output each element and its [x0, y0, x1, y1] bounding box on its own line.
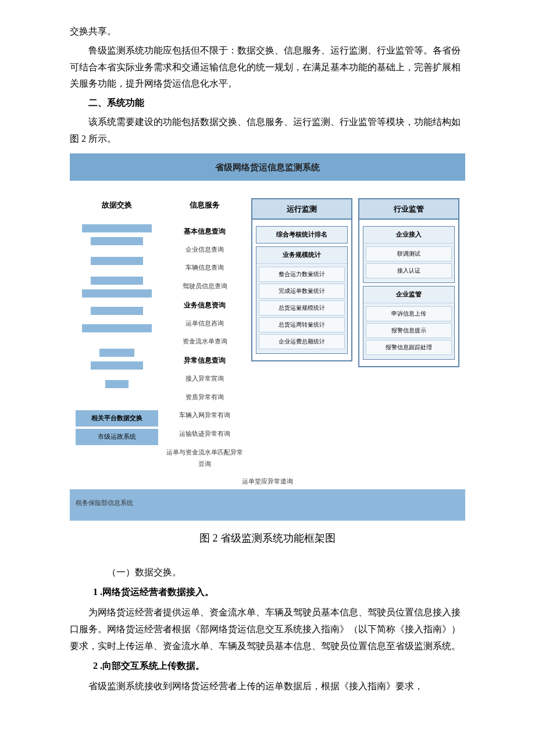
diagram-block	[99, 349, 134, 357]
figure-caption: 图 2 省级监测系统功能框架图	[70, 529, 465, 547]
panel-monitoring: 运行监测 综合考核统计排名 业务规模统计 整合运力数量统计 完成运单数量统计 总…	[251, 198, 352, 361]
sub-panel-header: 企业接入	[363, 227, 454, 243]
sub-panel: 综合考核统计排名	[256, 226, 348, 243]
column-data-exchange: 故据交换 相关平台数据交换 市级运政系统	[76, 198, 158, 474]
body-text: 交换共享。	[70, 23, 465, 40]
panel-regulation: 行业监管 企业接入 联调测试 接入认证 企业监管 申诉信息上传 报警信息提示	[358, 198, 459, 367]
diagram-label: 市级运政系统	[76, 429, 158, 445]
diagram-body: 故据交换 相关平台数据交换 市级运政系统 信息服务 基本信息查询 企业信息查询	[70, 181, 465, 474]
panel-item: 申诉信息上传	[366, 306, 452, 321]
panel-header: 行业监管	[359, 199, 458, 220]
diagram-block	[91, 277, 143, 285]
panel-item: 总货运量规模统计	[259, 300, 345, 316]
diagram-item: 资质异常有询	[186, 392, 224, 403]
panel-item: 联调测试	[366, 246, 452, 261]
sub-panel: 企业监管 申诉信息上传 报警信息提示 报警信息跟踪处理	[363, 286, 455, 360]
diagram-block	[82, 324, 152, 332]
diagram-item: 车辆信息查询	[186, 262, 224, 274]
sub-panel: 业务规模统计 整合运力数量统计 完成运单数量统计 总货运量规模统计 总货运周转量…	[256, 246, 348, 354]
body-text: 省级监测系统接收到网络货运经营者上传的运单数据后，根据《接入指南》要求，	[70, 678, 465, 695]
diagram-block	[105, 380, 129, 388]
diagram-block	[91, 237, 143, 245]
sub-panel-header: 综合考核统计排名	[256, 227, 347, 243]
diagram-block	[82, 289, 152, 298]
panel-item: 接入认证	[366, 263, 452, 278]
diagram-item: 资金流水单查询	[183, 336, 227, 347]
diagram-block	[82, 224, 152, 232]
body-text: 该系统需要建设的功能包括数据交换、信息服务、运行监测、行业监管等模块，功能结构如…	[70, 114, 465, 148]
diagram-item: 运单与资金流水单匹配异常亘询	[164, 447, 245, 470]
architecture-diagram: 省级网络货运信息监测系统 故据交换 相关平台数据交换 市级运政系统 信息服	[70, 153, 465, 521]
body-text: 为网络货运经营者提供运单、资金流水单、车辆及驾驶员基本信息、驾驶员位置信息接入接…	[70, 604, 465, 654]
diagram-item: 企业信息查询	[186, 244, 224, 256]
diagram-label: 相关平台数据交换	[76, 410, 158, 427]
diagram-subheader: 基本信息查询	[184, 225, 226, 238]
sub-panel-header: 企业监管	[363, 286, 454, 303]
diagram-subheader: 业务信息资询	[184, 299, 226, 312]
diagram-subheader: 异常信息查询	[184, 354, 226, 367]
column-monitoring: 运行监测 综合考核统计排名 业务规模统计 整合运力数量统计 完成运单数量统计 总…	[251, 198, 352, 474]
diagram-block	[91, 361, 143, 370]
panel-item: 报警信息提示	[366, 323, 452, 338]
diagram-item: 车辆入网异常有询	[179, 410, 230, 421]
diagram-item: 运输轨迹异常有询	[179, 428, 230, 440]
panel-item: 完成运单数量统计	[259, 284, 345, 299]
body-text: 鲁级监测系统功能应包括但不限于：数据交换、信息服务、运行监测、行业监管等。各省份…	[70, 42, 465, 92]
panel-item: 整合运力数量统计	[259, 267, 345, 282]
section-heading: 二、系统功能	[70, 95, 465, 112]
diagram-item: 运单信息咨询	[186, 318, 224, 329]
diagram-title: 省级网络货运信息监测系统	[70, 153, 465, 181]
column-header: 信息服务	[190, 198, 220, 212]
panel-item: 企业运费总额统计	[259, 334, 345, 349]
diagram-item: 驾驶员信息查询	[183, 281, 227, 292]
diagram-footer-bar: 税务保险部信息系统	[70, 489, 465, 521]
column-info-service: 信息服务 基本信息查询 企业信息查询 车辆信息查询 驾驶员信息查询 业务信息资询…	[164, 198, 245, 474]
diagram-item: 接入异常宣询	[186, 373, 224, 385]
panel-item: 总货运周转量统计	[259, 317, 345, 332]
numbered-heading: 1 .网络货运经营者数据接入。	[70, 584, 465, 601]
diagram-block	[91, 307, 143, 315]
panel-header: 运行监测	[252, 199, 351, 220]
sub-panel-header: 业务规模统计	[256, 247, 347, 264]
sub-panel: 企业接入 联调测试 接入认证	[363, 226, 455, 283]
diagram-block	[91, 257, 143, 265]
column-header: 故据交换	[102, 198, 132, 212]
subsection-heading: （一）数据交换。	[70, 564, 465, 581]
diagram-footer-item: 运单堂应异常道询	[70, 476, 465, 488]
column-regulation: 行业监管 企业接入 联调测试 接入认证 企业监管 申诉信息上传 报警信息提示	[358, 198, 459, 474]
panel-item: 报警信息跟踪处理	[366, 340, 452, 355]
numbered-heading: 2 .向部交互系统上传数据。	[70, 658, 465, 675]
